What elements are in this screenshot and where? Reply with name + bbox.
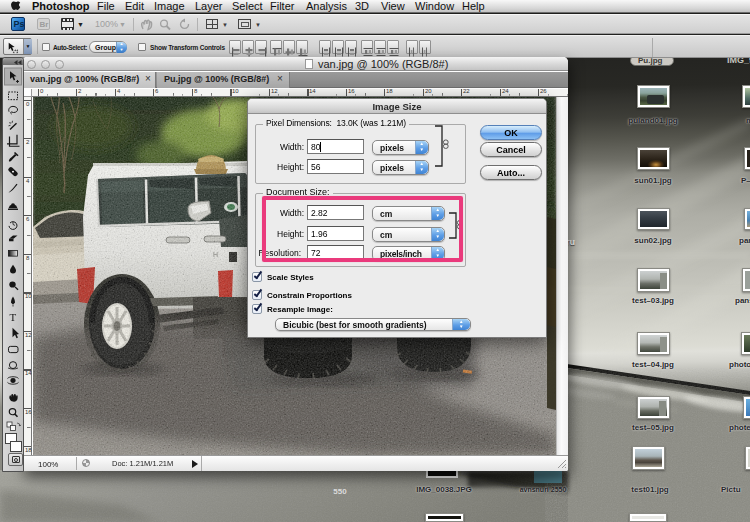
svg-text:T: T <box>10 311 17 323</box>
